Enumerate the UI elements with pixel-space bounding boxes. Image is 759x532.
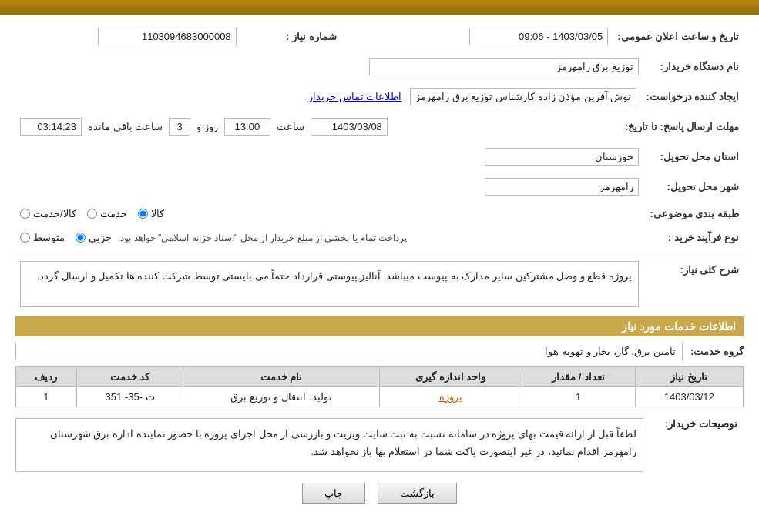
col-name: نام خدمت: [183, 367, 379, 387]
info-table-top: تاریخ و ساعت اعلان عمومی: 1403/03/05 - 0…: [15, 25, 744, 49]
tabaqe-value-cell: کالا/خدمت خدمت کالا: [15, 205, 643, 223]
back-button[interactable]: بازگشت: [378, 483, 457, 504]
col-tarikh: تاریخ نیاز: [635, 367, 743, 387]
noe-motevaset-label: متوسط: [33, 232, 65, 243]
table-cell: تولید، انتقال و توزیع برق: [183, 387, 379, 407]
mohlat-roz-label: روز و: [196, 121, 218, 132]
table-cell: 1403/03/12: [635, 387, 743, 407]
tabaqe-kala-khadamat-item: کالا/خدمت: [20, 208, 76, 219]
khadamat-header: اطلاعات خدمات مورد نیاز: [15, 316, 744, 336]
mohlat-saat-label: ساعت: [277, 121, 304, 132]
col-vahed: واحد اندازه گیری: [379, 367, 522, 387]
table-row: 1403/03/121پروژهتولید، انتقال و توزیع بر…: [16, 387, 744, 407]
mohlat-roz-value: 3: [169, 118, 190, 136]
info-table-6: شهر محل تحویل: رامهرمز: [15, 175, 744, 199]
sharh-label: شرح کلی نیاز:: [643, 258, 744, 310]
noe-motevaset-item: متوسط: [20, 232, 65, 243]
mohlat-baqi-value: 03:14:23: [20, 118, 82, 136]
tabaqe-khadamat-item: خدمت: [87, 208, 127, 219]
info-table-3: ایجاد کننده درخواست: نوش آفرین مؤذن زاده…: [15, 85, 744, 109]
shahr-value-cell: رامهرمز: [15, 175, 643, 199]
eijad-value: نوش آفرین مؤذن زاده کارشناس توزیع برق را…: [410, 88, 636, 105]
tabaqe-radiogroup: کالا/خدمت خدمت کالا: [20, 208, 639, 219]
divider-1: [15, 253, 744, 253]
info-table-sharh: شرح کلی نیاز: پروژه قطع و وصل مشترکین سا…: [15, 258, 744, 310]
noe-jozi-radio[interactable]: [76, 233, 86, 243]
page-wrapper: تاریخ و ساعت اعلان عمومی: 1403/03/05 - 0…: [0, 0, 759, 532]
info-table-5: استان محل تحویل: خوزستان: [15, 145, 744, 169]
info-table-8: نوع فرآیند خرید : متوسط جزیی: [15, 229, 744, 246]
noe-farayand-label: نوع فرآیند خرید :: [643, 229, 744, 246]
col-tedad: تعداد / مقدار: [522, 367, 635, 387]
ostan-value: خوزستان: [485, 148, 639, 166]
shomare-label: شماره نیاز :: [241, 25, 341, 49]
tosih-buyer-row: توصیحات خریدار: لطفاً قبل از ارائه قیمت …: [15, 415, 744, 472]
tabaqe-kala-radio[interactable]: [138, 209, 148, 219]
tabaqe-khadamat-radio[interactable]: [87, 209, 97, 219]
sharh-value-cell: پروژه قطع و وصل مشترکین سایر مدارک به پی…: [15, 258, 643, 310]
tabaqe-kala-label: کالا: [151, 208, 164, 219]
eijad-value-cell: نوش آفرین مؤذن زاده کارشناس توزیع برق را…: [15, 85, 641, 109]
noe-jozi-label: جزیی: [89, 232, 112, 243]
tabaqe-kala-item: کالا: [138, 208, 164, 219]
mohlat-baqi-label: ساعت باقی مانده: [88, 121, 163, 132]
sharh-value: پروژه قطع و وصل مشترکین سایر مدارک به پی…: [20, 261, 639, 307]
shahr-value: رامهرمز: [485, 178, 639, 196]
tarikh-label: تاریخ و ساعت اعلان عمومی:: [613, 25, 744, 49]
table-cell: 1: [16, 387, 77, 407]
eijad-label: ایجاد کننده درخواست:: [641, 85, 744, 109]
tamas-link[interactable]: اطلاعات تماس خریدار: [308, 91, 401, 102]
grooh-row: گروه خدمت: تامین برق، گاز، بخار و تهویه …: [15, 343, 744, 360]
col-radif: ردیف: [16, 367, 77, 387]
namdastgah-value: توزیع برق رامهرمز: [369, 58, 639, 75]
mohlat-date-value: 1403/03/08: [311, 118, 388, 136]
services-table: تاریخ نیاز تعداد / مقدار واحد اندازه گیر…: [15, 366, 744, 407]
noe-radiogroup: متوسط جزیی: [20, 232, 112, 243]
tarikh-value: 1403/03/05 - 09:06: [469, 28, 608, 45]
mohlat-saat-value: 13:00: [224, 118, 270, 136]
info-table-4: مهلت ارسال پاسخ: تا تاریخ: 03:14:23 ساعت…: [15, 115, 744, 139]
shomare-value-cell: 1103094683000008: [15, 25, 241, 49]
page-title: [0, 0, 759, 15]
tabaqe-kala-khadamat-label: کالا/خدمت: [33, 208, 76, 219]
shahr-label: شهر محل تحویل:: [643, 175, 744, 199]
table-cell: 1: [522, 387, 635, 407]
noe-desc: پرداخت تمام یا بخشی از مبلغ خریدار از مح…: [118, 233, 407, 243]
print-button[interactable]: چاپ: [302, 483, 365, 504]
info-table-7: طبقه بندی موضوعی: کالا/خدمت خدمت: [15, 205, 744, 223]
col-kod: کد خدمت: [76, 367, 183, 387]
noe-farayand-value-cell: متوسط جزیی پرداخت تمام یا بخشی از مبلغ خ…: [15, 229, 643, 246]
tosih-buyer-label: توصیحات خریدار:: [643, 415, 744, 430]
grooh-label: گروه خدمت:: [690, 346, 744, 357]
namdastgah-value-cell: توزیع برق رامهرمز: [15, 55, 643, 79]
tarikh-value-cell: 1403/03/05 - 09:06: [388, 25, 613, 49]
namdastgah-label: نام دستگاه خریدار:: [643, 55, 744, 79]
bottom-buttons: چاپ بازگشت: [15, 483, 744, 504]
noe-jozi-item: جزیی: [76, 232, 112, 243]
ostan-value-cell: خوزستان: [15, 145, 643, 169]
mohlat-label: مهلت ارسال پاسخ: تا تاریخ:: [620, 115, 744, 139]
grooh-value: تامین برق، گاز، بخار و تهویه هوا: [15, 343, 683, 360]
tosih-buyer-value: لطفاً قبل از ارائه قیمت بهای پروژه در سا…: [15, 418, 643, 472]
tabaqe-kala-khadamat-radio[interactable]: [20, 209, 30, 219]
ostan-label: استان محل تحویل:: [643, 145, 744, 169]
content-area: تاریخ و ساعت اعلان عمومی: 1403/03/05 - 0…: [0, 15, 759, 524]
table-cell: پروژه: [379, 387, 522, 407]
table-cell: ت -35- 351: [76, 387, 183, 407]
noe-motevaset-radio[interactable]: [20, 233, 30, 243]
tabaqe-label: طبقه بندی موضوعی:: [643, 205, 744, 223]
mohlat-value-cell: 03:14:23 ساعت باقی مانده 3 روز و 13:00 س…: [15, 115, 620, 139]
tabaqe-khadamat-label: خدمت: [100, 208, 127, 219]
info-table-2: نام دستگاه خریدار: توزیع برق رامهرمز: [15, 55, 744, 79]
shomare-value: 1103094683000008: [98, 28, 237, 45]
